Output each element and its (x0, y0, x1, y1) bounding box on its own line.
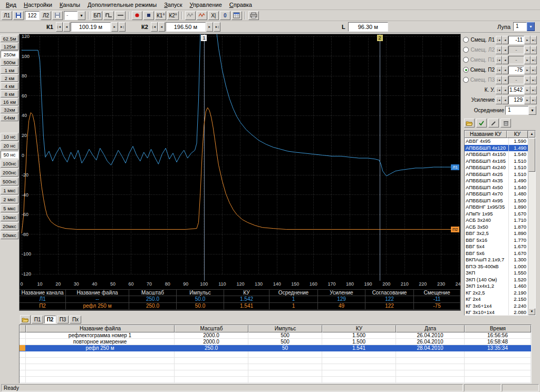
range-button-62.5м[interactable]: 62.5м (1, 35, 18, 42)
line-mode-button[interactable] (115, 11, 126, 20)
wave-gray-button[interactable] (185, 11, 196, 20)
spin-last-button[interactable]: ►| (531, 36, 537, 44)
spin-first-button[interactable]: |◄ (496, 46, 502, 54)
menu-item[interactable]: Каналы (56, 1, 84, 9)
ku-row[interactable]: АПВББШП 4х951.500 (465, 198, 528, 204)
trace-canvas[interactable] (20, 34, 460, 281)
record-button[interactable] (132, 11, 142, 20)
chevron-down-icon[interactable]: ▾ (78, 11, 85, 20)
file-col-header[interactable]: Масштаб (175, 325, 248, 332)
k1-value[interactable]: 100.19 м (71, 22, 111, 32)
range-button-10 нс[interactable]: 10 нс (1, 133, 18, 141)
range-button-2 мкс[interactable]: 2 мкс (1, 195, 18, 203)
offset-radio[interactable] (463, 57, 469, 63)
channel-row-П2[interactable]: П2рефл 250 м250.050.01.541149122-75 (20, 303, 460, 310)
file-row[interactable]: рефл 250 м250.0501.54128.04.201013:35:34 (20, 345, 531, 351)
wave-color-button[interactable] (197, 11, 207, 20)
menu-item[interactable]: Дополнительные режимы (84, 1, 160, 9)
ku-row[interactable]: КГ 3х6+1х42.240 (465, 303, 528, 310)
file-row[interactable]: повторное измерение2000.05001.50026.04.2… (20, 339, 531, 345)
file-col-header[interactable]: Название файла (26, 325, 175, 332)
ku-row[interactable]: АПВББШП 4х701.480 (465, 191, 528, 198)
menu-item[interactable]: Управление (186, 1, 226, 9)
spin-dec-button[interactable]: ◄ (502, 96, 508, 104)
spin-inc-button[interactable]: ► (524, 46, 531, 54)
file-col-header[interactable]: Импульс (248, 325, 322, 332)
spin-first-button[interactable]: |◄ (496, 66, 502, 74)
spin-value[interactable]: 1.542 (508, 86, 524, 94)
range-button-8 км[interactable]: 8 км (1, 90, 18, 97)
ku-edit-button[interactable] (488, 119, 499, 128)
ku-row[interactable]: КГ 2х42.150 (465, 296, 528, 303)
bp-button[interactable]: БП (92, 11, 102, 20)
ku-row[interactable]: ЗКП (140 Ом)1.520 (465, 277, 528, 283)
averaging-value[interactable]: 1 (505, 106, 528, 115)
file-col-header[interactable]: Время (465, 325, 531, 332)
ku-delete-button[interactable] (500, 119, 511, 128)
spin-inc-button[interactable]: ► (524, 66, 531, 74)
ku-row[interactable]: АПВББШП 4х1201.490 (465, 145, 528, 152)
spin-dec-button[interactable]: ◄ (502, 76, 508, 84)
spin-dec-button[interactable]: ◄ (502, 86, 508, 94)
k2-value[interactable]: 196.50 м (166, 22, 206, 32)
range-button-1 мкс[interactable]: 1 мкс (1, 187, 18, 194)
menu-item[interactable]: Справка (226, 1, 256, 9)
save-l1-button[interactable] (13, 11, 24, 20)
spin-inc-button[interactable]: ► (524, 56, 531, 64)
spin-inc-button[interactable]: ► (524, 36, 531, 44)
range-button-500нс[interactable]: 500нс (1, 178, 18, 185)
ku-row[interactable]: АПВББШП 4х1501.540 (465, 151, 528, 158)
marker-flag-1[interactable]: 1 (201, 35, 207, 41)
file-row[interactable]: рефлектограмма номер 12000.05001.50026.0… (20, 332, 531, 339)
spin-value[interactable]: 129 (508, 96, 524, 104)
range-button-2 км[interactable]: 2 км (1, 74, 18, 82)
offset-radio[interactable] (463, 47, 469, 53)
ku-row[interactable]: ВВГ 5х41.670 (465, 243, 528, 250)
spin-inc-button[interactable]: ► (524, 86, 531, 94)
range-button-64км[interactable]: 64км (1, 114, 18, 121)
l2-select-value[interactable]: - (64, 11, 78, 20)
ku-row[interactable]: АПВББШП 4х2401.510 (465, 164, 528, 171)
spin-dec-button[interactable]: ◄ (502, 36, 508, 44)
spin-last-button[interactable]: ►| (531, 96, 537, 104)
range-button-32км[interactable]: 32км (1, 106, 18, 113)
spin-value[interactable]: - (508, 56, 524, 64)
ku-row[interactable]: ЗКП1.550 (465, 270, 528, 277)
spin-value[interactable]: -11 (508, 36, 524, 44)
spin-last-button[interactable]: ►| (531, 56, 537, 64)
menu-item[interactable]: Вид (2, 1, 20, 9)
range-button-16 км[interactable]: 16 км (1, 98, 18, 105)
k2-last-button[interactable]: ►| (214, 22, 220, 32)
range-button-1 км[interactable]: 1 км (1, 66, 18, 74)
k2-first-button[interactable]: |◄ (151, 22, 158, 32)
marker-flag-2[interactable]: 2 (377, 35, 383, 41)
waveform-plot[interactable]: 120100806040200-20-40-60-80-100-12012Л1П… (20, 34, 460, 281)
ku-scrollbar[interactable]: ▲ ▼ (528, 131, 535, 315)
spin-dec-button[interactable]: ◄ (502, 66, 508, 74)
range-button-200нс[interactable]: 200нс (1, 169, 18, 177)
offset-radio[interactable] (463, 67, 469, 73)
ku-row[interactable]: АПВББШП 4х501.540 (465, 184, 528, 191)
range-button-250м[interactable]: 250м (1, 51, 18, 58)
spin-last-button[interactable]: ►| (531, 76, 537, 84)
spin-first-button[interactable]: |◄ (496, 96, 502, 104)
lupa-value[interactable]: 1 (513, 22, 527, 31)
range-button-50мкс[interactable]: 50мкс (1, 231, 18, 239)
spin-first-button[interactable]: |◄ (496, 76, 502, 84)
pulse-shape-button[interactable] (103, 11, 114, 20)
spin-dec-button[interactable]: ◄ (502, 46, 508, 54)
k1-dec-button[interactable]: ◄ (63, 22, 70, 32)
ku-apply-button[interactable] (476, 119, 487, 128)
ku-row[interactable]: ВВГ 5х61.670 (465, 250, 528, 257)
l1-gain-box[interactable]: 122 (25, 11, 40, 20)
chevron-down-icon[interactable]: ▾ (528, 106, 536, 115)
scroll-down-icon[interactable]: ▼ (528, 308, 535, 315)
ku-row[interactable]: ЗКП 1х4х1,21.460 (465, 283, 528, 290)
offset-radio[interactable] (463, 37, 469, 43)
range-button-125м[interactable]: 125м (1, 43, 18, 50)
file-tab-П1[interactable]: П1 (32, 316, 43, 324)
chevron-down-icon[interactable]: ▾ (527, 22, 535, 31)
range-button-500м[interactable]: 500м (1, 58, 18, 66)
range-button-20мкс[interactable]: 20мкс (1, 222, 18, 230)
ku-open-button[interactable] (464, 119, 475, 128)
